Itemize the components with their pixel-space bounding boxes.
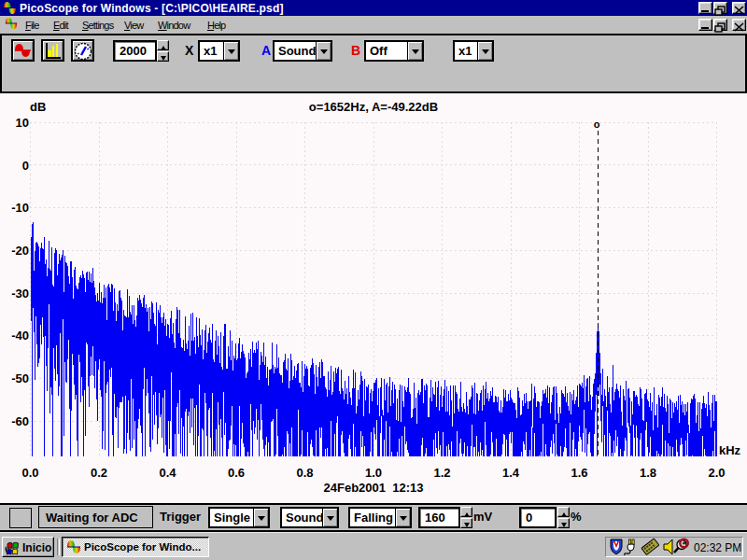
svg-text:0.4: 0.4 (159, 466, 176, 480)
svg-text:dB: dB (30, 100, 46, 114)
svg-text:0.0: 0.0 (21, 466, 38, 480)
svg-text:0.2: 0.2 (91, 466, 107, 480)
svg-text:-40: -40 (11, 329, 29, 343)
svg-text:24Feb2001 12:13: 24Feb2001 12:13 (324, 481, 424, 495)
svg-text:-20: -20 (11, 244, 29, 258)
svg-text:0.6: 0.6 (228, 466, 245, 480)
svg-text:o: o (594, 119, 600, 130)
svg-text:1.8: 1.8 (640, 466, 656, 480)
svg-text:1.6: 1.6 (571, 466, 587, 480)
svg-text:1.4: 1.4 (502, 466, 520, 480)
svg-text:0.8: 0.8 (296, 466, 313, 480)
svg-text:1.0: 1.0 (365, 466, 382, 480)
svg-text:-30: -30 (11, 287, 29, 301)
svg-text:0: 0 (22, 159, 29, 173)
svg-text:-10: -10 (11, 201, 29, 215)
svg-text:-60: -60 (11, 414, 29, 428)
svg-text:1.2: 1.2 (433, 466, 450, 480)
svg-text:10: 10 (16, 116, 29, 130)
svg-text:2.0: 2.0 (708, 466, 725, 480)
svg-text:kHz: kHz (719, 443, 741, 457)
svg-text:o=1652Hz, A=-49.22dB: o=1652Hz, A=-49.22dB (309, 100, 438, 114)
svg-text:-50: -50 (11, 371, 29, 385)
